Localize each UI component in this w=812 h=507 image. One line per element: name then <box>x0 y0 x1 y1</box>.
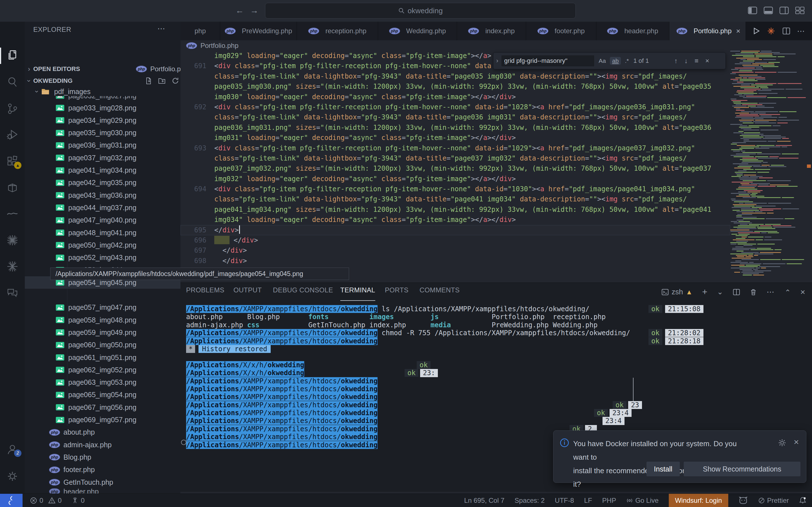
accounts-icon[interactable]: 2 <box>6 443 19 456</box>
tab-header-php[interactable]: phpheader.php <box>596 22 669 40</box>
terminal-dropdown-icon[interactable]: ⌄ <box>717 288 723 296</box>
file-row[interactable]: phpheader.php <box>25 489 181 494</box>
live-reload-icon[interactable] <box>767 27 775 35</box>
split-editor-icon[interactable] <box>782 27 791 35</box>
file-row[interactable]: page059_img049.png <box>25 326 181 339</box>
prettier-status[interactable]: Prettier <box>758 497 789 504</box>
file-row[interactable]: page036_img031.png <box>25 139 181 152</box>
nav-back-icon[interactable]: ← <box>234 6 245 15</box>
whole-word-toggle[interactable]: ab <box>610 57 621 65</box>
find-next-icon[interactable]: ↓ <box>684 57 688 65</box>
close-find-icon[interactable]: × <box>705 57 709 65</box>
problems-status[interactable]: 0 0 <box>30 497 62 504</box>
cascade-star-icon-2[interactable] <box>6 260 19 273</box>
toggle-sidebar-icon[interactable] <box>748 6 757 15</box>
tab-reception-php[interactable]: phpreception.php <box>297 22 378 40</box>
close-panel-icon[interactable]: × <box>800 287 805 297</box>
file-row[interactable]: phpBlog.php <box>25 451 181 463</box>
toggle-panel-icon[interactable] <box>763 6 773 15</box>
comments-view-icon[interactable] <box>6 286 19 299</box>
notifications-bell-icon[interactable] <box>799 497 806 504</box>
remote-indicator[interactable] <box>0 494 22 507</box>
search-view-icon[interactable] <box>6 75 19 89</box>
new-file-icon[interactable] <box>144 77 152 85</box>
file-row[interactable]: page035_img030.png <box>25 127 181 139</box>
close-tab-icon[interactable]: × <box>736 27 741 36</box>
panel-tab-comments[interactable]: COMMENTS <box>419 286 460 298</box>
file-row[interactable]: page044_img037.png <box>25 202 181 214</box>
notification-close-icon[interactable]: × <box>794 437 799 447</box>
go-live-button[interactable]: Go Live <box>626 497 659 504</box>
refresh-icon[interactable] <box>171 77 179 85</box>
find-expand-icon[interactable]: › <box>496 57 498 64</box>
tab-portfolio-php[interactable]: phpPortfolio.php× <box>669 22 748 40</box>
file-row[interactable]: page058_img048.png <box>25 314 181 326</box>
new-terminal-icon[interactable]: + <box>702 287 707 297</box>
copilot-cat-icon[interactable] <box>739 497 748 504</box>
toggle-secondary-sidebar-icon[interactable] <box>779 6 789 15</box>
file-row[interactable]: phpabout.php <box>25 426 181 439</box>
panel-more-actions-icon[interactable]: ⋯ <box>767 287 775 297</box>
panel-tab-ports[interactable]: PORTS <box>385 286 409 298</box>
panel-tab-debug-console[interactable]: DEBUG CONSOLE <box>273 286 333 298</box>
tab-index-php[interactable]: phpindex.php <box>457 22 526 40</box>
settings-gear-icon[interactable] <box>6 469 19 483</box>
file-row[interactable]: page033_img028.png <box>25 102 181 114</box>
source-control-icon[interactable] <box>6 102 19 115</box>
install-button[interactable]: Install <box>647 462 680 476</box>
file-row[interactable]: page065_img054.png <box>25 389 181 401</box>
new-folder-icon[interactable] <box>158 77 166 85</box>
remote-explorer-icon[interactable] <box>6 181 19 194</box>
file-row[interactable]: page041_img034.png <box>25 164 181 177</box>
run-file-icon[interactable] <box>752 27 760 35</box>
file-row[interactable]: page062_img052.png <box>25 363 181 376</box>
folder-row-pdf-images[interactable]: › pdf_images <box>25 86 181 97</box>
file-row[interactable]: page043_img036.png <box>25 189 181 202</box>
run-debug-icon[interactable] <box>6 128 19 142</box>
command-center-search[interactable]: okwedding <box>265 3 576 18</box>
explorer-icon[interactable] <box>6 48 19 62</box>
cascade-star-icon[interactable] <box>6 233 19 247</box>
ports-status[interactable]: 0 <box>71 497 85 504</box>
match-case-toggle[interactable]: Aa <box>599 57 606 64</box>
file-row[interactable]: page060_img050.png <box>25 339 181 351</box>
file-row[interactable]: page050_img042.png <box>25 239 181 251</box>
file-row[interactable]: page032_img027.png <box>25 96 181 102</box>
explorer-more-actions-icon[interactable]: ⋯ <box>157 24 166 33</box>
code-editor[interactable]: img029" loading="eager" decoding="async"… <box>181 51 730 266</box>
editor-more-actions-icon[interactable]: ⋯ <box>797 26 806 36</box>
windsurf-login-button[interactable]: Windsurf: Login <box>669 494 728 507</box>
file-row[interactable]: page052_img043.png <box>25 251 181 264</box>
file-row[interactable]: page057_img047.png <box>25 301 181 314</box>
file-row[interactable]: page042_img035.png <box>25 177 181 189</box>
find-input[interactable]: grid pfg-grid--masonry" <box>501 55 595 67</box>
language-mode[interactable]: PHP <box>602 497 616 504</box>
find-in-selection-icon[interactable]: ≡ <box>695 57 698 65</box>
minimap[interactable] <box>730 51 806 283</box>
kill-terminal-icon[interactable] <box>750 288 757 296</box>
extensions-icon[interactable]: ▲ <box>6 154 19 168</box>
panel-tab-output[interactable]: OUTPUT <box>234 286 262 298</box>
tab-php[interactable]: php <box>181 22 220 40</box>
file-row[interactable]: page061_img051.png <box>25 351 181 363</box>
nav-forward-icon[interactable]: → <box>249 6 260 15</box>
customize-layout-icon[interactable] <box>795 6 805 15</box>
panel-tab-problems[interactable]: PROBLEMS <box>186 286 224 298</box>
cursor-position[interactable]: Ln 695, Col 7 <box>464 497 504 504</box>
section-workspace[interactable]: › OKWEDDING <box>25 75 181 87</box>
panel-tab-terminal[interactable]: TERMINAL <box>340 286 375 301</box>
indentation[interactable]: Spaces: 2 <box>515 497 545 504</box>
regex-toggle[interactable]: .* <box>625 57 629 64</box>
file-row[interactable]: page069_img057.png <box>25 414 181 426</box>
file-row[interactable]: phpadmin-ajax.php <box>25 439 181 451</box>
file-row[interactable]: page037_img032.png <box>25 152 181 164</box>
file-row[interactable]: page034_img029.png <box>25 114 181 126</box>
file-row[interactable]: page063_img053.png <box>25 376 181 389</box>
tab-prewedding-php[interactable]: phpPreWedding.php <box>220 22 297 40</box>
notification-settings-icon[interactable] <box>778 439 786 447</box>
file-row[interactable]: page047_img040.png <box>25 214 181 226</box>
tab-wedding-php[interactable]: phpWedding.php <box>378 22 457 40</box>
file-row[interactable]: page067_img056.png <box>25 401 181 413</box>
file-row[interactable]: phpGetInTouch.php <box>25 476 181 489</box>
maximize-panel-icon[interactable]: ⌄ <box>784 288 791 296</box>
